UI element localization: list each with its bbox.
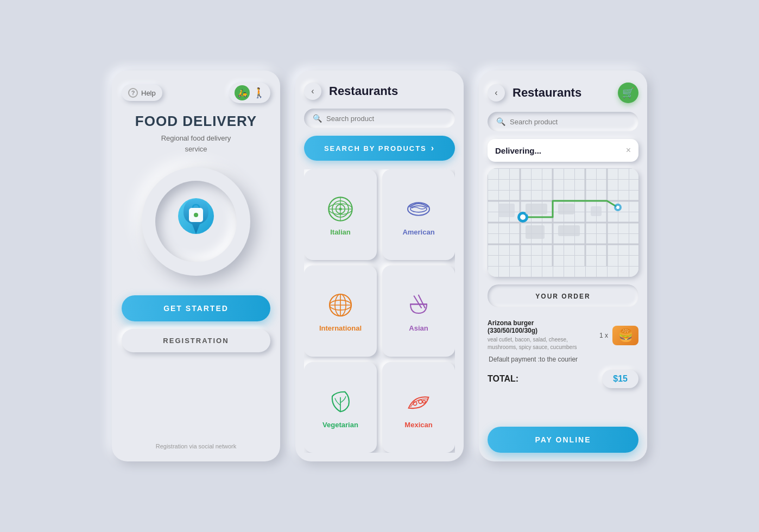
app-subtitle: Regional food deliveryservice xyxy=(161,133,231,154)
search-bar[interactable]: 🔍 xyxy=(304,109,455,128)
mexican-label: Mexican xyxy=(404,421,432,429)
svg-rect-38 xyxy=(558,225,580,236)
your-order-section: YOUR ORDER xyxy=(488,284,638,307)
walk-icon: 🚶 xyxy=(253,87,265,99)
italian-icon xyxy=(327,195,354,223)
total-label: TOTAL: xyxy=(488,374,518,384)
svg-rect-40 xyxy=(591,206,602,216)
international-label: International xyxy=(319,324,362,332)
category-mexican[interactable]: Mexican xyxy=(382,362,455,453)
svg-rect-39 xyxy=(498,204,515,217)
welcome-top-bar: ? Help 🛵 🚶 xyxy=(122,83,270,103)
hero-circle-inner xyxy=(155,181,237,262)
registration-button[interactable]: REGISTRATION xyxy=(122,329,270,352)
search-by-products-button[interactable]: SEARCH BY PRODUCTS › xyxy=(304,136,455,161)
svg-point-23 xyxy=(423,400,426,403)
american-label: American xyxy=(402,228,434,236)
screen-delivery: ‹ Restaurants 🛒 🔍 Delivering... × xyxy=(479,71,647,461)
screen-welcome: ? Help 🛵 🚶 FOOD DELIVERY Regional food d… xyxy=(112,71,280,461)
svg-rect-37 xyxy=(526,225,545,239)
svg-point-22 xyxy=(419,400,422,403)
svg-point-34 xyxy=(616,206,619,209)
map-roads-svg xyxy=(488,168,638,266)
order-item-desc: veal cutlet, bacon, salad, cheese,mushro… xyxy=(488,336,595,351)
burger-icon: 🍔 xyxy=(612,326,638,345)
svg-point-10 xyxy=(408,202,429,215)
svg-point-32 xyxy=(520,214,526,220)
delivering-label: Delivering... xyxy=(495,146,541,155)
screen-restaurants: ‹ Restaurants 🔍 SEARCH BY PRODUCTS › Ita… xyxy=(295,71,464,461)
vegetarian-icon xyxy=(327,388,354,415)
help-button[interactable]: ? Help xyxy=(122,85,162,101)
delivery-search-icon: 🔍 xyxy=(496,117,505,126)
international-icon xyxy=(327,292,354,319)
cart-button[interactable]: 🛒 xyxy=(618,83,638,103)
search-input[interactable] xyxy=(326,115,446,123)
svg-point-2 xyxy=(194,213,198,217)
total-row: TOTAL: $15 xyxy=(488,370,638,388)
restaurants-header: ‹ Restaurants xyxy=(304,83,455,100)
vegetarian-label: Vegetarian xyxy=(322,421,358,429)
category-international[interactable]: International xyxy=(304,265,377,356)
order-item-info: Arizona burger(330/50/100/30g) veal cutl… xyxy=(488,319,595,351)
location-pin xyxy=(177,197,215,246)
category-american[interactable]: American xyxy=(382,169,455,260)
delivery-status-button[interactable]: 🛵 🚶 xyxy=(229,83,270,103)
order-item: Arizona burger(330/50/100/30g) veal cutl… xyxy=(488,314,638,356)
payment-note: Default payment :to the courier xyxy=(488,356,638,363)
app-title: FOOD DELIVERY xyxy=(135,113,257,130)
arrow-right-icon: › xyxy=(431,143,435,153)
search-by-products-label: SEARCH BY PRODUCTS xyxy=(324,144,427,153)
svg-point-11 xyxy=(410,206,427,212)
mexican-icon xyxy=(405,388,432,415)
help-label: Help xyxy=(141,89,156,97)
restaurants-title: Restaurants xyxy=(329,84,398,98)
american-icon xyxy=(405,195,432,223)
asian-icon xyxy=(405,292,432,319)
get-started-button[interactable]: GET STARTED xyxy=(122,295,270,321)
pin-svg xyxy=(177,197,215,242)
social-text: Registration via social network xyxy=(156,443,237,449)
order-qty: 1 x xyxy=(599,332,608,339)
svg-rect-36 xyxy=(558,204,574,214)
category-italian[interactable]: Italian xyxy=(304,169,377,260)
delivery-map xyxy=(488,168,638,277)
hero-circle xyxy=(142,167,250,276)
your-order-label: YOUR ORDER xyxy=(535,293,590,300)
delivering-panel: Delivering... × xyxy=(488,139,638,162)
italian-label: Italian xyxy=(330,228,351,236)
delivery-title: Restaurants xyxy=(513,86,581,100)
order-item-name: Arizona burger(330/50/100/30g) xyxy=(488,319,595,334)
back-button[interactable]: ‹ xyxy=(304,83,321,100)
delivery-header: ‹ Restaurants 🛒 xyxy=(488,83,638,103)
question-icon: ? xyxy=(128,88,138,98)
map-background xyxy=(488,168,638,277)
categories-grid: Italian American xyxy=(304,169,455,453)
total-value: $15 xyxy=(602,370,638,388)
svg-rect-35 xyxy=(526,204,547,214)
close-button[interactable]: × xyxy=(626,145,631,155)
delivery-back-button[interactable]: ‹ xyxy=(488,84,505,102)
pay-online-button[interactable]: PAY ONLINE xyxy=(488,427,638,453)
delivery-search-bar[interactable]: 🔍 xyxy=(488,112,638,131)
category-vegetarian[interactable]: Vegetarian xyxy=(304,362,377,453)
asian-label: Asian xyxy=(409,324,428,332)
delivery-search-input[interactable] xyxy=(510,118,630,126)
search-icon: 🔍 xyxy=(313,114,322,123)
category-asian[interactable]: Asian xyxy=(382,265,455,356)
delivery-icon: 🛵 xyxy=(235,85,250,100)
